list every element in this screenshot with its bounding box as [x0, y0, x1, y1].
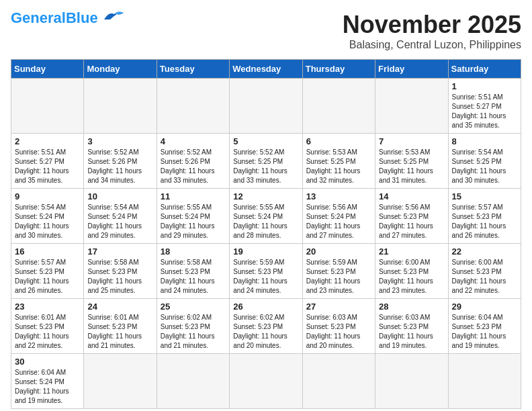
day-number: 12	[233, 191, 298, 201]
calendar-cell: 2Sunrise: 5:51 AM Sunset: 5:27 PM Daylig…	[11, 134, 84, 189]
calendar-cell: 16Sunrise: 5:57 AM Sunset: 5:23 PM Dayli…	[11, 244, 84, 299]
day-info: Sunrise: 6:02 AM Sunset: 5:23 PM Dayligh…	[233, 313, 298, 351]
day-info: Sunrise: 5:52 AM Sunset: 5:26 PM Dayligh…	[87, 148, 152, 185]
day-info: Sunrise: 5:54 AM Sunset: 5:24 PM Dayligh…	[87, 203, 152, 240]
calendar-cell: 15Sunrise: 5:57 AM Sunset: 5:23 PM Dayli…	[448, 189, 521, 244]
calendar-cell: 6Sunrise: 5:53 AM Sunset: 5:25 PM Daylig…	[302, 134, 375, 189]
day-number: 23	[15, 302, 80, 312]
day-info: Sunrise: 5:52 AM Sunset: 5:26 PM Dayligh…	[161, 148, 226, 185]
day-number: 1	[452, 81, 517, 91]
day-number: 22	[452, 246, 517, 257]
calendar-cell: 14Sunrise: 5:56 AM Sunset: 5:23 PM Dayli…	[375, 189, 448, 244]
day-number: 10	[87, 191, 152, 201]
day-info: Sunrise: 5:55 AM Sunset: 5:24 PM Dayligh…	[161, 203, 226, 240]
day-number: 21	[379, 246, 444, 257]
calendar-cell: 10Sunrise: 5:54 AM Sunset: 5:24 PM Dayli…	[84, 189, 157, 244]
col-header-wednesday: Wednesday	[230, 60, 302, 79]
calendar-cell: 25Sunrise: 6:02 AM Sunset: 5:23 PM Dayli…	[157, 299, 229, 354]
day-number: 4	[161, 136, 226, 146]
day-info: Sunrise: 6:01 AM Sunset: 5:23 PM Dayligh…	[15, 313, 80, 351]
calendar-cell: 30Sunrise: 6:04 AM Sunset: 5:24 PM Dayli…	[11, 354, 84, 409]
day-number: 9	[15, 191, 80, 201]
header: GeneralBlue November 2025 Balasing, Cent…	[11, 11, 521, 51]
calendar-cell	[302, 354, 375, 409]
day-info: Sunrise: 6:00 AM Sunset: 5:23 PM Dayligh…	[452, 258, 517, 295]
calendar-cell	[84, 79, 157, 134]
day-info: Sunrise: 5:53 AM Sunset: 5:25 PM Dayligh…	[379, 148, 444, 185]
day-info: Sunrise: 6:03 AM Sunset: 5:23 PM Dayligh…	[379, 313, 444, 351]
day-number: 19	[233, 246, 298, 257]
day-info: Sunrise: 6:02 AM Sunset: 5:23 PM Dayligh…	[161, 313, 226, 351]
calendar: SundayMondayTuesdayWednesdayThursdayFrid…	[11, 59, 521, 409]
day-info: Sunrise: 5:58 AM Sunset: 5:23 PM Dayligh…	[87, 258, 152, 295]
day-number: 30	[15, 357, 80, 367]
day-info: Sunrise: 6:01 AM Sunset: 5:23 PM Dayligh…	[87, 313, 152, 351]
logo: GeneralBlue	[11, 11, 126, 26]
calendar-cell	[230, 354, 302, 409]
calendar-cell	[375, 354, 448, 409]
day-info: Sunrise: 5:58 AM Sunset: 5:23 PM Dayligh…	[161, 258, 226, 295]
day-info: Sunrise: 5:56 AM Sunset: 5:24 PM Dayligh…	[306, 203, 371, 240]
day-info: Sunrise: 5:52 AM Sunset: 5:25 PM Dayligh…	[233, 148, 298, 185]
month-title: November 2025	[343, 11, 521, 39]
logo-bird-icon	[101, 7, 126, 25]
calendar-cell: 21Sunrise: 6:00 AM Sunset: 5:23 PM Dayli…	[375, 244, 448, 299]
day-number: 7	[379, 136, 444, 146]
day-number: 24	[87, 302, 152, 312]
col-header-saturday: Saturday	[448, 60, 521, 79]
col-header-sunday: Sunday	[11, 60, 84, 79]
calendar-cell: 11Sunrise: 5:55 AM Sunset: 5:24 PM Dayli…	[157, 189, 229, 244]
day-number: 26	[233, 302, 298, 312]
day-info: Sunrise: 5:54 AM Sunset: 5:24 PM Dayligh…	[15, 203, 80, 240]
day-info: Sunrise: 5:59 AM Sunset: 5:23 PM Dayligh…	[233, 258, 298, 295]
day-number: 17	[87, 246, 152, 257]
day-number: 3	[87, 136, 152, 146]
day-info: Sunrise: 5:57 AM Sunset: 5:23 PM Dayligh…	[15, 258, 80, 295]
logo-blue: Blue	[66, 9, 98, 26]
calendar-cell: 4Sunrise: 5:52 AM Sunset: 5:26 PM Daylig…	[157, 134, 229, 189]
calendar-cell: 22Sunrise: 6:00 AM Sunset: 5:23 PM Dayli…	[448, 244, 521, 299]
col-header-monday: Monday	[84, 60, 157, 79]
day-info: Sunrise: 5:51 AM Sunset: 5:27 PM Dayligh…	[452, 93, 517, 130]
calendar-cell: 23Sunrise: 6:01 AM Sunset: 5:23 PM Dayli…	[11, 299, 84, 354]
col-header-friday: Friday	[375, 60, 448, 79]
day-number: 16	[15, 246, 80, 257]
calendar-cell: 24Sunrise: 6:01 AM Sunset: 5:23 PM Dayli…	[84, 299, 157, 354]
day-number: 28	[379, 302, 444, 312]
calendar-cell	[157, 354, 229, 409]
calendar-cell: 29Sunrise: 6:04 AM Sunset: 5:23 PM Dayli…	[448, 299, 521, 354]
logo-general: General	[11, 9, 66, 26]
day-info: Sunrise: 6:00 AM Sunset: 5:23 PM Dayligh…	[379, 258, 444, 295]
day-info: Sunrise: 6:04 AM Sunset: 5:23 PM Dayligh…	[452, 313, 517, 351]
calendar-cell	[11, 79, 84, 134]
calendar-cell: 19Sunrise: 5:59 AM Sunset: 5:23 PM Dayli…	[230, 244, 302, 299]
calendar-cell: 8Sunrise: 5:54 AM Sunset: 5:25 PM Daylig…	[448, 134, 521, 189]
calendar-cell: 9Sunrise: 5:54 AM Sunset: 5:24 PM Daylig…	[11, 189, 84, 244]
calendar-cell	[84, 354, 157, 409]
day-info: Sunrise: 5:57 AM Sunset: 5:23 PM Dayligh…	[452, 203, 517, 240]
day-info: Sunrise: 5:55 AM Sunset: 5:24 PM Dayligh…	[233, 203, 298, 240]
day-number: 14	[379, 191, 444, 201]
day-number: 13	[306, 191, 371, 201]
calendar-cell: 28Sunrise: 6:03 AM Sunset: 5:23 PM Dayli…	[375, 299, 448, 354]
calendar-cell: 26Sunrise: 6:02 AM Sunset: 5:23 PM Dayli…	[230, 299, 302, 354]
logo-text: GeneralBlue	[11, 11, 98, 26]
calendar-cell: 17Sunrise: 5:58 AM Sunset: 5:23 PM Dayli…	[84, 244, 157, 299]
calendar-cell	[157, 79, 229, 134]
day-number: 6	[306, 136, 371, 146]
calendar-cell	[448, 354, 521, 409]
calendar-cell: 7Sunrise: 5:53 AM Sunset: 5:25 PM Daylig…	[375, 134, 448, 189]
day-number: 2	[15, 136, 80, 146]
calendar-cell: 5Sunrise: 5:52 AM Sunset: 5:25 PM Daylig…	[230, 134, 302, 189]
calendar-cell: 27Sunrise: 6:03 AM Sunset: 5:23 PM Dayli…	[302, 299, 375, 354]
location-title: Balasing, Central Luzon, Philippines	[343, 39, 521, 51]
col-header-thursday: Thursday	[302, 60, 375, 79]
day-info: Sunrise: 6:04 AM Sunset: 5:24 PM Dayligh…	[15, 368, 80, 406]
day-number: 11	[161, 191, 226, 201]
day-number: 20	[306, 246, 371, 257]
day-number: 5	[233, 136, 298, 146]
calendar-cell: 3Sunrise: 5:52 AM Sunset: 5:26 PM Daylig…	[84, 134, 157, 189]
day-number: 8	[452, 136, 517, 146]
calendar-cell	[302, 79, 375, 134]
calendar-cell	[230, 79, 302, 134]
